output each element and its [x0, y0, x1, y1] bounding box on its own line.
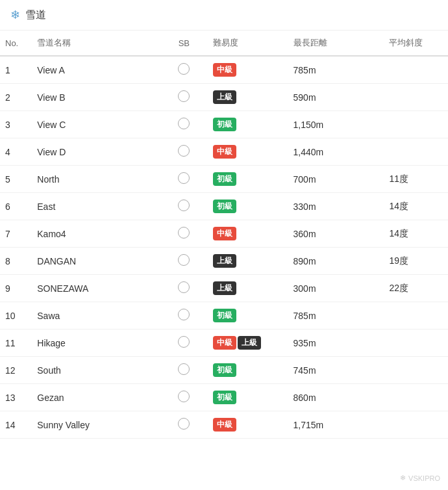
col-header-name: 雪道名稱	[32, 31, 160, 56]
cell-distance: 860m	[288, 384, 384, 411]
col-header-distance: 最長距離	[288, 31, 384, 56]
sb-circle-icon	[178, 200, 190, 211]
cell-no: 9	[0, 275, 32, 302]
cell-sb	[160, 84, 208, 111]
sb-circle-icon	[178, 336, 190, 348]
table-row: 1View A中級785m	[0, 56, 448, 84]
cell-no: 14	[0, 411, 32, 439]
cell-name: Sawa	[32, 302, 160, 329]
cell-sb	[160, 193, 208, 220]
cell-difficulty: 初級	[208, 166, 288, 193]
cell-no: 7	[0, 220, 32, 248]
sb-circle-icon	[178, 145, 190, 157]
cell-sb	[160, 56, 208, 84]
cell-distance: 1,715m	[288, 411, 384, 439]
cell-sb	[160, 166, 208, 193]
cell-slope: 14度	[384, 193, 448, 220]
cell-slope	[384, 411, 448, 439]
cell-difficulty: 初級	[208, 111, 288, 138]
cell-sb	[160, 357, 208, 384]
cell-difficulty: 初級	[208, 193, 288, 220]
cell-slope: 11度	[384, 166, 448, 193]
cell-no: 6	[0, 193, 32, 220]
difficulty-badge: 初級	[213, 118, 236, 131]
cell-no: 2	[0, 84, 32, 111]
cell-sb	[160, 302, 208, 329]
cell-distance: 785m	[288, 302, 384, 329]
cell-slope: 22度	[384, 275, 448, 302]
sb-circle-icon	[178, 254, 190, 266]
cell-name: Hikage	[32, 329, 160, 357]
cell-sb	[160, 384, 208, 411]
cell-name: SONEZAWA	[32, 275, 160, 302]
table-header-row: No. 雪道名稱 SB 難易度 最長距離 平均斜度	[0, 31, 448, 56]
table-row: 13Gezan初級860m	[0, 384, 448, 411]
runs-table: No. 雪道名稱 SB 難易度 最長距離 平均斜度 1View A中級785m2…	[0, 31, 448, 439]
col-header-difficulty: 難易度	[208, 31, 288, 56]
cell-distance: 700m	[288, 166, 384, 193]
difficulty-badge: 上級	[213, 281, 236, 295]
cell-distance: 330m	[288, 193, 384, 220]
page-title: 雪道	[25, 8, 46, 22]
cell-distance: 935m	[288, 329, 384, 357]
difficulty-badge: 初級	[213, 363, 236, 377]
cell-name: View A	[32, 56, 160, 84]
cell-difficulty: 上級	[208, 275, 288, 302]
cell-no: 10	[0, 302, 32, 329]
table-row: 11Hikage中級上級935m	[0, 329, 448, 357]
table-row: 6East初級330m14度	[0, 193, 448, 220]
difficulty-badge: 初級	[213, 172, 236, 186]
cell-distance: 360m	[288, 220, 384, 248]
cell-slope	[384, 329, 448, 357]
cell-difficulty: 中級上級	[208, 329, 288, 357]
watermark: ❄ VSKIPRO	[400, 474, 440, 482]
cell-name: View C	[32, 111, 160, 138]
cell-name: East	[32, 193, 160, 220]
cell-distance: 300m	[288, 275, 384, 302]
cell-difficulty: 初級	[208, 384, 288, 411]
cell-sb	[160, 411, 208, 439]
cell-name: View D	[32, 138, 160, 166]
table-row: 7Kamo4中級360m14度	[0, 220, 448, 248]
cell-name: South	[32, 357, 160, 384]
cell-sb	[160, 275, 208, 302]
cell-slope	[384, 111, 448, 138]
sb-circle-icon	[178, 63, 190, 75]
sb-circle-icon	[178, 172, 190, 184]
table-row: 14Sunny Valley中級1,715m	[0, 411, 448, 439]
page-header: ❄ 雪道	[0, 0, 448, 31]
sb-circle-icon	[178, 90, 190, 102]
cell-name: North	[32, 166, 160, 193]
difficulty-badge: 中級	[213, 145, 236, 159]
difficulty-badge: 中級	[213, 63, 236, 77]
cell-slope: 14度	[384, 220, 448, 248]
cell-no: 11	[0, 329, 32, 357]
difficulty-badge: 上級	[213, 90, 236, 104]
cell-name: Sunny Valley	[32, 411, 160, 439]
cell-name: Kamo4	[32, 220, 160, 248]
watermark-icon: ❄	[400, 474, 406, 482]
col-header-slope: 平均斜度	[384, 31, 448, 56]
difficulty-badge: 中級	[213, 336, 236, 350]
cell-sb	[160, 138, 208, 166]
sb-circle-icon	[178, 363, 190, 375]
cell-distance: 745m	[288, 357, 384, 384]
difficulty-badge: 上級	[213, 254, 236, 268]
cell-sb	[160, 248, 208, 275]
sb-circle-icon	[178, 227, 190, 239]
cell-sb	[160, 220, 208, 248]
table-row: 4View D中級1,440m	[0, 138, 448, 166]
cell-distance: 1,150m	[288, 111, 384, 138]
cell-no: 13	[0, 384, 32, 411]
watermark-text: VSKIPRO	[408, 474, 440, 482]
difficulty-badge: 中級	[213, 227, 236, 240]
cell-difficulty: 中級	[208, 56, 288, 84]
cell-difficulty: 初級	[208, 357, 288, 384]
cell-no: 1	[0, 56, 32, 84]
cell-difficulty: 中級	[208, 411, 288, 439]
difficulty-badge: 初級	[213, 309, 236, 322]
cell-sb	[160, 329, 208, 357]
sb-circle-icon	[178, 391, 190, 402]
sb-circle-icon	[178, 281, 190, 293]
table-row: 3View C初級1,150m	[0, 111, 448, 138]
